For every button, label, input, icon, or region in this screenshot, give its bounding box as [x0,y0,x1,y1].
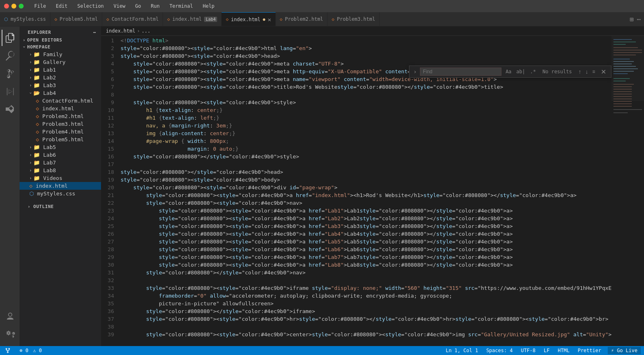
folder-icon: 📁 [33,167,40,173]
tab-indexlab4[interactable]: ◇ index.html Lab4 [163,12,222,26]
run-activity-icon[interactable] [2,83,18,100]
find-navigation: ↑ ↓ ≡ [577,68,597,76]
language-status[interactable]: HTML [556,348,571,353]
prettier-status[interactable]: Prettier [576,348,603,353]
sidebar-item-lab3[interactable]: › 📁 Lab3 [20,81,101,89]
spaces-status[interactable]: Spaces: 4 [485,348,514,353]
sidebar-item-lab8[interactable]: › 📁 Lab8 [20,167,101,174]
sidebar-item-indexhtml[interactable]: ◇ index.html [20,105,101,112]
status-right: Ln 1, Col 1 Spaces: 4 UTF-8 LF HTML Pret… [444,347,641,354]
tab-mystyles[interactable]: ⬡ myStyles.css [0,12,51,26]
folder-label: Lab5 [43,144,56,150]
menu-go[interactable]: Go [134,2,143,10]
sidebar-item-family[interactable]: › 📁 Family [20,50,101,58]
folder-label: Lab8 [43,167,56,173]
regex-button[interactable]: .* [528,68,537,75]
folder-icon: 📁 [33,75,40,81]
find-expand-icon[interactable]: › [413,68,418,76]
find-more-options-button[interactable]: ≡ [591,68,597,76]
file-label: index.html [36,183,68,189]
activity-bar [0,26,20,346]
git-branch-status[interactable] [3,348,13,354]
errors-status[interactable]: ⊗ 0 ⚠ 0 [18,348,44,353]
html-file-icon: ◇ [36,113,39,119]
file-label: Problem2.html [42,113,84,119]
explorer-activity-icon[interactable] [2,30,18,46]
homepage-label: HOMEPAGE [27,44,51,50]
sidebar-item-problem5[interactable]: ◇ Problem5.html [20,136,101,143]
tab-problem3[interactable]: ◇ Problem3.html [327,12,380,26]
folder-label: Lab6 [43,152,56,158]
find-prev-button[interactable]: ↑ [577,68,583,76]
explorer-header: EXPLORER ⋯ [20,26,101,37]
sidebar-item-contactform[interactable]: ◇ ContactForm.html [20,97,101,105]
sidebar-item-indexhtml-root[interactable]: ◇ index.html [20,182,101,190]
file-label: ContactForm.html [42,98,93,104]
more-actions-button[interactable]: ⋯ [637,15,641,23]
menu-terminal[interactable]: Terminal [168,2,195,10]
menu-run[interactable]: Run [149,2,161,10]
match-word-button[interactable]: ab| [515,68,527,75]
sidebar-item-lab5[interactable]: › 📁 Lab5 [20,143,101,151]
find-close-button[interactable]: ✕ [599,68,608,76]
svg-rect-29 [611,36,644,101]
code-editor[interactable]: 1234567891011121314151617181920212223242… [101,36,644,346]
match-case-button[interactable]: Aa [504,68,513,75]
tab-label: Problem5.html [59,16,98,22]
tab-problem2[interactable]: ◇ Problem2.html [276,12,328,26]
tab-label: ContactForm.html [112,16,159,22]
menu-file[interactable]: File [33,2,48,10]
new-file-icon[interactable]: ⋯ [93,30,96,35]
split-editor-button[interactable]: ⊞ [630,15,634,23]
sidebar-item-problem2[interactable]: ◇ Problem2.html [20,112,101,120]
warning-count: 0 [39,348,42,353]
tab-problem5[interactable]: ◇ Problem5.html [51,12,103,26]
tab-label: index.html [231,17,260,22]
menu-edit[interactable]: Edit [54,2,69,10]
search-activity-icon[interactable] [2,48,18,64]
encoding-status[interactable]: UTF-8 [519,348,537,353]
outline-section[interactable]: › OUTLINE [20,201,101,211]
homepage-folder[interactable]: › HOMEPAGE [20,44,101,50]
warning-icon: ⚠ [33,348,36,353]
find-input[interactable] [420,68,501,76]
sidebar-item-mystyles-root[interactable]: ⬡ myStyles.css [20,190,101,197]
sidebar-item-lab7[interactable]: › 📁 Lab7 [20,159,101,167]
extensions-activity-icon[interactable] [2,101,18,118]
tab-close-button[interactable]: ✕ [268,17,271,22]
svg-rect-25 [613,103,632,104]
menu-selection[interactable]: Selection [76,2,106,10]
sidebar-item-videos[interactable]: › 📁 Videos [20,174,101,182]
sidebar-item-problem3[interactable]: ◇ Problem3.html [20,120,101,128]
account-activity-icon[interactable] [2,309,18,325]
sidebar-item-lab2[interactable]: › 📁 Lab2 [20,74,101,81]
sidebar-item-problem4[interactable]: ◇ Problem4.html [20,128,101,136]
sidebar: EXPLORER ⋯ › OPEN EDITORS › HOMEPAGE › 📁… [20,26,101,346]
status-bar: ⊗ 0 ⚠ 0 Ln 1, Col 1 Spaces: 4 UTF-8 LF H… [0,346,644,355]
chevron-right-icon: › [29,176,32,180]
folder-label: Videos [43,175,62,181]
source-control-activity-icon[interactable] [2,66,18,82]
error-count: 0 [25,348,28,353]
code-content[interactable]: <!DOCTYPE html>style="color:#808080"><st… [119,36,611,346]
folder-icon: 📁 [33,67,40,73]
find-next-button[interactable]: ↓ [584,68,590,76]
menu-view[interactable]: View [112,2,127,10]
breadcrumb-path: ... [141,28,150,34]
tab-contactform[interactable]: ◇ ContactForm.html [102,12,163,26]
open-editors-section[interactable]: › OPEN EDITORS [20,37,101,44]
tab-indexhtml[interactable]: ◇ index.html ● ✕ [222,12,275,26]
sidebar-item-gallery[interactable]: › 📁 Gallery [20,58,101,66]
open-editors-label: OPEN EDITORS [27,37,62,43]
sidebar-item-lab1[interactable]: › 📁 Lab1 [20,66,101,74]
breadcrumb-separator: › [137,28,140,34]
line-ending-status[interactable]: LF [542,348,551,353]
sidebar-item-lab4[interactable]: › 📂 Lab4 [20,89,101,97]
html-file-icon: ◇ [226,17,229,22]
go-live-status[interactable]: ⚡ Go Live [608,347,641,354]
css-file-icon: ⬡ [4,17,8,22]
sidebar-item-lab6[interactable]: › 📁 Lab6 [20,151,101,159]
menu-help[interactable]: Help [201,2,216,10]
cursor-position-status[interactable]: Ln 1, Col 1 [444,348,479,353]
settings-activity-icon[interactable] [2,327,18,343]
